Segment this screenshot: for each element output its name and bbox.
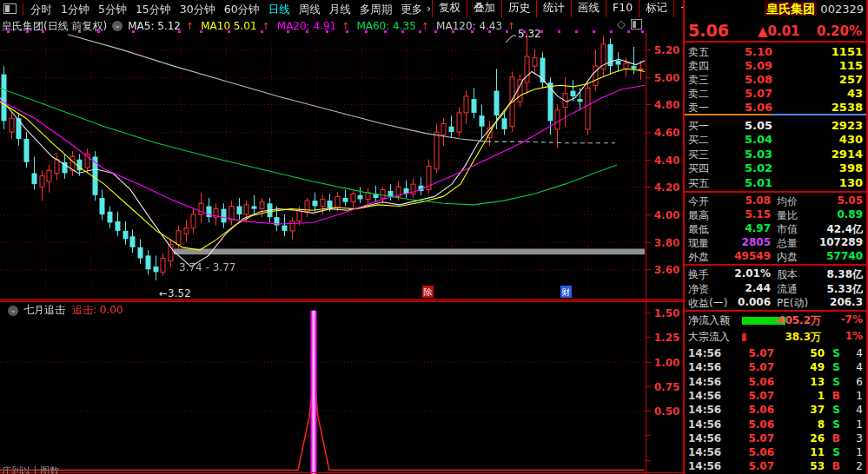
toolbar-button-历史[interactable]: 历史 <box>501 0 536 17</box>
order-book-price: 5.02 <box>745 161 772 174</box>
trade-price: 5.06 <box>748 446 774 458</box>
trade-row[interactable]: 14:565.0726B3 <box>685 432 866 446</box>
app-window: 分时1分钟5分钟15分钟30分钟60分钟日线周线月线多周期更多 › 复权叠加历史… <box>0 0 868 474</box>
toolbar-button-画线[interactable]: 画线 <box>571 0 606 17</box>
menu-item-30分钟[interactable]: 30分钟 <box>176 3 220 16</box>
info-row: 净资2.44流通5.33亿 <box>685 282 866 296</box>
window-layout-icon[interactable] <box>3 3 17 14</box>
trade-row[interactable]: 14:565.0613S6 <box>685 376 866 390</box>
menu-item-15分钟[interactable]: 15分钟 <box>131 3 176 16</box>
trade-row[interactable]: 14:565.068S1 <box>685 418 866 432</box>
subchart-value: 追击: 0.00 <box>72 303 123 318</box>
chevron-down-icon[interactable]: ⌄ <box>112 21 123 31</box>
info-key: 流通 <box>777 282 798 297</box>
subchart-name: 七月追击 <box>23 303 65 318</box>
trade-time: 14:56 <box>688 432 721 444</box>
order-book-row[interactable]: 卖二5.0743 <box>685 87 866 102</box>
order-book-row[interactable]: 卖四5.09115 <box>685 59 866 74</box>
menu-item-60分钟[interactable]: 60分钟 <box>220 3 264 16</box>
order-book-row[interactable]: 买二5.04430 <box>685 133 866 148</box>
trade-row[interactable]: 14:565.0749S4 <box>685 361 866 375</box>
trade-volume: 1 <box>818 390 825 402</box>
menu-item-1分钟[interactable]: 1分钟 <box>56 3 94 16</box>
money-flow-value: -405.2万 <box>773 313 821 328</box>
trade-time: 14:56 <box>688 361 721 373</box>
order-book-volume: 115 <box>839 59 863 72</box>
menu-item-周线[interactable]: 周线 <box>295 3 325 16</box>
order-book-row[interactable]: 买一5.052923 <box>685 119 866 134</box>
money-flow-pct: 1% <box>845 330 863 342</box>
order-book-label: 买一 <box>688 119 709 134</box>
money-flow-label: 大宗流入 <box>688 330 730 345</box>
order-book-label: 买二 <box>688 133 709 148</box>
order-book-row[interactable]: 买四5.02398 <box>685 161 866 176</box>
info-key: 今开 <box>688 194 709 209</box>
trade-side: S <box>832 446 840 458</box>
trade-row[interactable]: 14:565.0637S4 <box>685 404 866 418</box>
order-book-label: 卖四 <box>688 59 709 74</box>
trade-row[interactable]: 14:565.071B1 <box>685 390 866 404</box>
order-book-row[interactable]: 卖五5.101151 <box>685 45 866 60</box>
order-book-row[interactable]: 买三5.032914 <box>685 148 866 162</box>
trade-count: 1 <box>856 390 863 402</box>
main-chart-canvas[interactable] <box>0 0 683 474</box>
toolbar-button-复权[interactable]: 复权 <box>432 0 467 17</box>
order-book-row[interactable]: 买五5.01130 <box>685 176 866 191</box>
toolbar-button-统计[interactable]: 统计 <box>536 0 571 17</box>
toolbar-button-F10[interactable]: F10 <box>606 0 639 17</box>
money-flow-label: 净流入额 <box>688 313 730 328</box>
order-book-price: 5.06 <box>745 101 772 114</box>
info-key: 收益(一) <box>688 296 727 311</box>
stock-name-row: 皇氏集团002329 <box>765 2 864 17</box>
trade-volume: 26 <box>810 432 825 444</box>
menu-item-日线[interactable]: 日线 <box>264 3 295 16</box>
info-row: 今开5.08均价5.05 <box>685 194 866 208</box>
order-book-label: 卖二 <box>688 87 709 102</box>
order-book-price: 5.03 <box>745 148 772 161</box>
info-key: PE(动) <box>777 296 808 311</box>
trade-row[interactable]: 14:565.0611S1 <box>685 446 866 460</box>
info-row: 外盘49549内盘57740 <box>685 250 866 264</box>
trade-row[interactable]: 14:565.0750S4 <box>685 347 866 361</box>
trade-time: 14:56 <box>688 347 721 359</box>
trade-count: 3 <box>856 432 863 444</box>
chart-header: 皇氏集团(日线 前复权) ⌄ MA5: 5.12↑MA10 5.01↑MA20:… <box>2 18 522 34</box>
menu-item-分时[interactable]: 分时 <box>26 3 56 16</box>
info-key: 均价 <box>777 194 798 209</box>
menu-item-更多[interactable]: 更多 <box>396 3 427 16</box>
order-book-price: 5.04 <box>745 133 772 146</box>
period-menu: 分时1分钟5分钟15分钟30分钟60分钟日线周线月线多周期更多 <box>26 0 427 17</box>
order-book-volume: 43 <box>847 87 863 100</box>
order-book-volume: 1151 <box>832 45 863 58</box>
money-flow-row: 大宗流入38.3万1% <box>685 330 866 346</box>
subchart-header: ⌄ 七月追击 追击: 0.00 <box>3 303 123 318</box>
info-value: 5.05 <box>837 194 863 207</box>
up-arrow-icon: ↑ <box>186 21 194 32</box>
diamond-icon[interactable]: ◇ <box>617 17 626 30</box>
order-book-row[interactable]: 卖三5.08257 <box>685 73 866 88</box>
info-value: 8.38亿 <box>826 267 863 282</box>
stock-name[interactable]: 皇氏集团 <box>765 2 817 16</box>
quote-row: 5.06 ▲0.01 0.20% <box>685 21 866 40</box>
menu-item-多周期[interactable]: 多周期 <box>355 3 397 16</box>
trade-side: B <box>832 390 840 402</box>
order-book-label: 买三 <box>688 148 709 162</box>
order-book-volume: 2538 <box>832 101 863 114</box>
trade-row[interactable]: 14:565.0753B2 <box>685 460 866 474</box>
more-arrow-icon[interactable]: › <box>427 3 431 15</box>
order-book-price: 5.01 <box>745 176 772 189</box>
trade-side: S <box>832 376 840 388</box>
order-book-price: 5.07 <box>745 87 772 100</box>
info-value: 49549 <box>734 250 771 262</box>
info-key: 最高 <box>688 208 709 223</box>
divider <box>685 310 866 312</box>
toolbar-button-叠加[interactable]: 叠加 <box>467 0 501 17</box>
menu-item-月线[interactable]: 月线 <box>325 3 355 16</box>
menu-item-5分钟[interactable]: 5分钟 <box>94 3 131 16</box>
order-book-price: 5.09 <box>745 59 772 72</box>
trade-price: 5.07 <box>748 390 774 402</box>
chevron-down-icon[interactable]: ⌄ <box>8 306 18 316</box>
ma-label: MA120: 4.43 <box>436 20 502 32</box>
split-panel-icon[interactable] <box>631 19 642 30</box>
toolbar-button-标记[interactable]: 标记 <box>639 0 673 17</box>
